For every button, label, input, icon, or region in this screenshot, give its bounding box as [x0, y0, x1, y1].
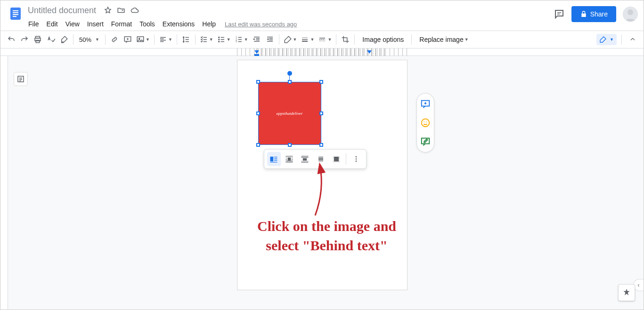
redo-button[interactable]	[18, 33, 31, 46]
image-options-button[interactable]: Image options	[358, 33, 408, 46]
menu-edit[interactable]: Edit	[43, 18, 61, 30]
vertical-ruler[interactable]	[0, 56, 8, 310]
decrease-indent-button[interactable]	[251, 33, 263, 46]
svg-rect-21	[270, 157, 274, 161]
svg-rect-3	[13, 14, 18, 15]
workspace: appsthatdeliver	[0, 48, 644, 310]
svg-rect-0	[10, 8, 21, 20]
share-button[interactable]: Share	[571, 6, 616, 22]
last-edit-link[interactable]: Last edit was seconds ago	[225, 21, 297, 28]
print-button[interactable]	[32, 33, 44, 46]
menu-file[interactable]: File	[25, 18, 42, 30]
svg-point-14	[219, 39, 220, 40]
annotation-line-1: Click on the image and	[214, 217, 440, 236]
resize-handle-w[interactable]	[256, 111, 260, 115]
document-outline-button[interactable]	[14, 72, 28, 86]
svg-point-12	[139, 38, 140, 39]
undo-button[interactable]	[5, 33, 17, 46]
svg-point-31	[424, 121, 424, 122]
editing-mode-button[interactable]: ▼	[596, 34, 617, 45]
rotate-handle[interactable]	[287, 71, 292, 76]
in-front-of-text-button[interactable]	[329, 152, 343, 166]
docs-logo[interactable]	[6, 4, 25, 23]
account-avatar[interactable]	[623, 7, 638, 22]
indent-marker-left[interactable]	[254, 50, 260, 56]
zoom-value: 50%	[79, 36, 91, 43]
svg-rect-4	[13, 16, 16, 17]
svg-point-32	[426, 121, 427, 122]
border-weight-button[interactable]: ▼	[299, 33, 316, 46]
line-spacing-button[interactable]	[180, 33, 192, 46]
annotation-text: Click on the image and select "Behind te…	[214, 217, 440, 255]
explore-button[interactable]	[618, 284, 635, 301]
wrap-inline-button[interactable]	[267, 152, 281, 166]
replace-image-label: Replace image	[419, 36, 463, 43]
svg-rect-25	[334, 157, 339, 161]
document-title[interactable]: Untitled document	[25, 5, 99, 16]
menu-tools[interactable]: Tools	[136, 18, 158, 30]
svg-rect-2	[13, 12, 18, 13]
star-icon[interactable]	[104, 6, 112, 15]
main-toolbar: 50%▼ ▼ ▼ ▼ ▼ 123▼ ▼ ▼ ▼ Image options Re…	[0, 31, 644, 48]
comment-reaction-rail	[416, 93, 434, 152]
add-comment-rail-button[interactable]	[420, 98, 431, 110]
spellcheck-button[interactable]	[45, 33, 57, 46]
indent-marker-right[interactable]	[367, 50, 372, 56]
align-button[interactable]: ▼	[157, 33, 174, 46]
collapse-toolbar-button[interactable]	[627, 33, 639, 46]
svg-rect-33	[421, 138, 429, 144]
border-color-button[interactable]: ▼	[282, 33, 299, 46]
resize-handle-sw[interactable]	[256, 143, 260, 147]
title-bar: Untitled document File Edit View Insert …	[0, 0, 644, 31]
resize-handle-nw[interactable]	[256, 80, 260, 84]
annotation-line-2: select "Behind text"	[214, 236, 440, 255]
svg-rect-1	[13, 10, 18, 11]
menu-format[interactable]: Format	[108, 18, 135, 30]
resize-handle-s[interactable]	[288, 143, 292, 147]
cloud-status-icon[interactable]	[130, 6, 139, 15]
resize-handle-se[interactable]	[319, 143, 323, 147]
zoom-dropdown[interactable]: 50%▼	[76, 36, 102, 43]
selected-image[interactable]: appsthatdeliver	[258, 82, 321, 145]
resize-handle-e[interactable]	[319, 111, 323, 115]
replace-image-button[interactable]: Replace image▼	[415, 33, 473, 46]
share-button-label: Share	[590, 10, 608, 18]
numbered-list-button[interactable]: 123▼	[233, 33, 250, 46]
image-wrap-toolbar	[264, 149, 367, 169]
insert-image-button[interactable]: ▼	[135, 33, 151, 46]
svg-point-30	[421, 119, 429, 127]
svg-rect-19	[254, 54, 259, 56]
svg-point-26	[356, 156, 357, 158]
paint-format-button[interactable]	[58, 33, 70, 46]
menu-help[interactable]: Help	[199, 18, 219, 30]
behind-text-button[interactable]	[314, 152, 327, 166]
menu-view[interactable]: View	[62, 18, 83, 30]
border-dash-button[interactable]: ▼	[317, 33, 333, 46]
resize-handle-ne[interactable]	[319, 80, 323, 84]
svg-text:3: 3	[236, 40, 237, 43]
open-comments-icon[interactable]	[554, 8, 565, 20]
menu-extensions[interactable]: Extensions	[159, 18, 198, 30]
horizontal-ruler[interactable]	[0, 48, 644, 56]
suggest-edits-rail-button[interactable]	[420, 136, 431, 147]
crop-image-button[interactable]	[339, 33, 351, 46]
image-watermark-text: appsthatdeliver	[277, 111, 303, 116]
break-text-button[interactable]	[298, 152, 312, 166]
add-comment-button[interactable]	[122, 33, 134, 46]
insert-link-button[interactable]	[108, 33, 121, 46]
checklist-button[interactable]: ▼	[198, 33, 215, 46]
resize-handle-n[interactable]	[288, 80, 292, 84]
increase-indent-button[interactable]	[264, 33, 276, 46]
svg-rect-22	[288, 158, 291, 161]
menu-insert[interactable]: Insert	[84, 18, 107, 30]
svg-point-27	[356, 159, 357, 160]
move-icon[interactable]	[117, 6, 125, 15]
wrap-text-button[interactable]	[283, 152, 296, 166]
document-page[interactable]: appsthatdeliver	[237, 60, 408, 290]
image-options-more-button[interactable]	[349, 152, 363, 166]
add-emoji-rail-button[interactable]	[420, 117, 431, 128]
svg-point-6	[628, 9, 633, 15]
svg-rect-23	[303, 158, 307, 160]
bulleted-list-button[interactable]: ▼	[216, 33, 232, 46]
title-area: Untitled document File Edit View Insert …	[25, 4, 554, 31]
